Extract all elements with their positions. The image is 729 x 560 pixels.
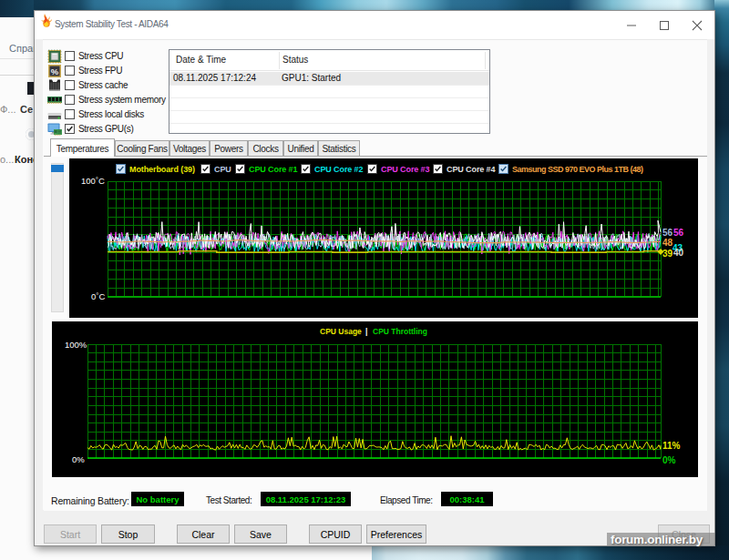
svg-text:%: % xyxy=(51,66,59,76)
